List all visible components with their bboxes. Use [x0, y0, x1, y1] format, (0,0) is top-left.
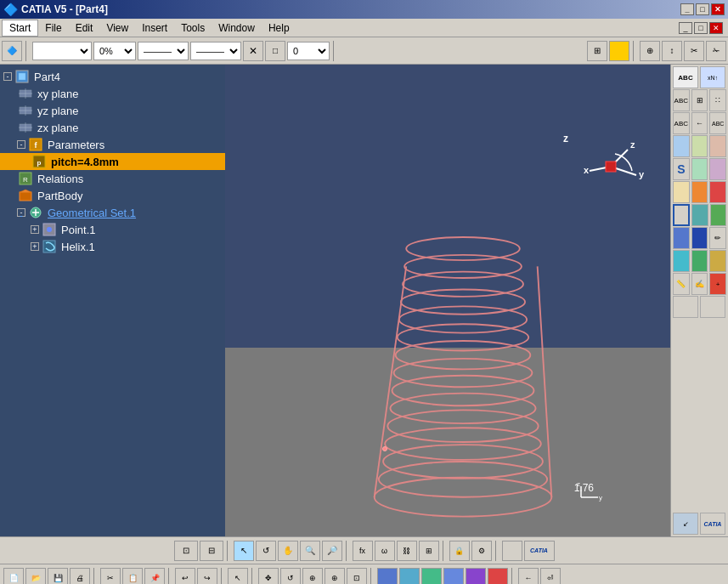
bt2-c6-btn[interactable] — [488, 568, 508, 585]
rt-teal-btn[interactable] — [691, 204, 708, 226]
rt-misc1-btn[interactable] — [673, 296, 698, 318]
tb-icon-btn[interactable]: 🔷 — [2, 41, 22, 61]
close-button[interactable]: ✕ — [711, 3, 725, 15]
rt-blue2-btn[interactable] — [691, 227, 708, 249]
rt-orange-btn[interactable] — [691, 181, 708, 203]
win-minimize-button[interactable]: _ — [679, 22, 692, 34]
rt-ruler-btn[interactable]: 📏 — [673, 273, 690, 295]
bt2-return-btn[interactable]: ⏎ — [540, 568, 561, 585]
menu-tools[interactable]: Tools — [174, 20, 212, 36]
rt-abc3-btn[interactable]: ABC — [673, 112, 690, 134]
bt2-c3-btn[interactable] — [421, 568, 442, 585]
bt2-rotate2-btn[interactable]: ↺ — [280, 568, 301, 585]
minimize-button[interactable]: _ — [680, 3, 694, 15]
bt-omega-btn[interactable]: ω — [375, 541, 395, 561]
bt-catia2-btn[interactable]: CATIA — [524, 541, 555, 561]
rt-diamond-btn[interactable] — [673, 181, 690, 203]
tb-cut2-btn[interactable]: ✁ — [706, 41, 726, 61]
tb-style-select[interactable] — [32, 42, 92, 60]
menu-file[interactable]: File — [38, 20, 68, 36]
tree-item-helix1[interactable]: + Helix.1 — [0, 238, 225, 255]
bt2-cut-btn[interactable]: ✂ — [100, 568, 121, 585]
bt-snap1-btn[interactable]: ⊡ — [174, 541, 198, 561]
menu-insert[interactable]: Insert — [135, 20, 174, 36]
tb-cut1-btn[interactable]: ✂ — [684, 41, 704, 61]
tree-item-point1[interactable]: + Point.1 — [0, 221, 225, 238]
bt2-new-btn[interactable]: 📄 — [3, 568, 24, 585]
bt-lock-btn[interactable]: 🔒 — [449, 541, 470, 561]
rt-curve-btn[interactable] — [691, 158, 708, 180]
bt-zoomout-btn[interactable]: 🔎 — [322, 541, 342, 561]
rt-blue1-btn[interactable] — [673, 227, 690, 249]
rt-abc2-btn[interactable]: ABC — [673, 89, 690, 111]
bt2-open-btn[interactable]: 📂 — [25, 568, 46, 585]
menu-start[interactable]: Start — [2, 20, 38, 37]
bt-pan-btn[interactable]: ✋ — [278, 541, 298, 561]
rt-measure-btn[interactable]: + — [709, 273, 726, 295]
rt-square1-btn[interactable] — [673, 204, 690, 226]
rt-edit-btn[interactable]: ✏ — [709, 227, 726, 249]
tb-move-btn[interactable]: ↕ — [662, 41, 682, 61]
bt2-move-btn[interactable]: ✥ — [258, 568, 279, 585]
bt2-c2-btn[interactable] — [399, 568, 420, 585]
rt-dots-btn[interactable]: ∷ — [709, 89, 726, 111]
bt2-back-btn[interactable]: ← — [518, 568, 539, 585]
viewport[interactable]: z y x z 1.76 y z — [225, 65, 670, 536]
bt-chain-btn[interactable]: ⛓ — [397, 541, 417, 561]
expand-geoset1[interactable]: - — [17, 208, 25, 217]
bt-extra1-btn[interactable] — [502, 541, 522, 561]
rt-cyan2-btn[interactable] — [691, 135, 708, 157]
tree-item-partbody[interactable]: PartBody — [0, 187, 225, 204]
tb-plus-btn[interactable]: ⊕ — [640, 41, 660, 61]
bt-cursor-btn[interactable]: ↖ — [234, 541, 254, 561]
expand-point1[interactable]: + — [31, 225, 39, 234]
rt-misc2-btn[interactable] — [700, 296, 725, 318]
tb-percent-select[interactable]: 0% — [93, 42, 136, 60]
tree-item-parameters[interactable]: - f Parameters — [0, 136, 225, 153]
rt-xn1-btn[interactable]: xN↑ — [700, 66, 725, 88]
menu-edit[interactable]: Edit — [69, 20, 100, 36]
bt-snap2-btn[interactable]: ⊟ — [200, 541, 223, 561]
rt-yel-btn[interactable] — [709, 250, 726, 272]
maximize-button[interactable]: □ — [696, 3, 709, 15]
tb-color-btn[interactable] — [609, 41, 629, 61]
bt2-c4-btn[interactable] — [443, 568, 464, 585]
tb-snap-btn[interactable]: ⊞ — [587, 41, 607, 61]
menu-window[interactable]: Window — [212, 20, 262, 36]
rt-bottom1-btn[interactable]: ↙ — [673, 513, 698, 535]
menu-help[interactable]: Help — [262, 20, 296, 36]
rt-xyz-btn[interactable]: ABC — [709, 112, 726, 134]
tree-item-geoset1[interactable]: - Geometrical Set.1 — [0, 204, 225, 221]
expand-parameters[interactable]: - — [17, 140, 25, 149]
tb-num-select[interactable]: 0 — [287, 42, 330, 60]
rt-catia-logo-btn[interactable]: CATIA — [700, 513, 725, 535]
bt-grid2-btn[interactable]: ⊞ — [419, 541, 439, 561]
expand-part4[interactable]: - — [3, 72, 12, 81]
tree-item-zxplane[interactable]: zx plane — [0, 119, 225, 136]
bt-fx-btn[interactable]: fx — [353, 541, 373, 561]
rt-grid-btn[interactable]: ⊞ — [691, 89, 708, 111]
win-close-button[interactable]: ✕ — [709, 22, 723, 34]
bt2-c1-btn[interactable] — [377, 568, 398, 585]
bt-lock2-btn[interactable]: ⚙ — [471, 541, 492, 561]
bt2-cursor2-btn[interactable]: ↖ — [228, 568, 248, 585]
bt2-undo-btn[interactable]: ↩ — [175, 568, 195, 585]
bt2-copy-btn[interactable]: 📋 — [122, 568, 143, 585]
tb-weight-select[interactable]: ——— — [190, 42, 241, 60]
tree-item-relations[interactable]: R Relations — [0, 170, 225, 187]
bt2-pan2-btn[interactable]: ⊕ — [302, 568, 323, 585]
tb-x-btn[interactable]: ✕ — [243, 41, 263, 61]
bt-rotate-btn[interactable]: ↺ — [256, 541, 276, 561]
menu-view[interactable]: View — [99, 20, 135, 36]
win-restore-button[interactable]: □ — [694, 22, 708, 34]
rt-teal2-btn[interactable] — [673, 250, 690, 272]
rt-cyan1-btn[interactable] — [673, 135, 690, 157]
tree-item-xyplane[interactable]: xy plane — [0, 85, 225, 102]
tree-item-pitch[interactable]: p pitch=4.8mm — [0, 153, 225, 170]
bt2-zoombox-btn[interactable]: ⊡ — [347, 568, 367, 585]
bt2-save-btn[interactable]: 💾 — [48, 568, 68, 585]
bt2-c5-btn[interactable] — [466, 568, 486, 585]
bt-zoomin-btn[interactable]: 🔍 — [300, 541, 320, 561]
bt2-print-btn[interactable]: 🖨 — [70, 568, 90, 585]
rt-arrow-btn[interactable]: ← — [691, 112, 708, 134]
